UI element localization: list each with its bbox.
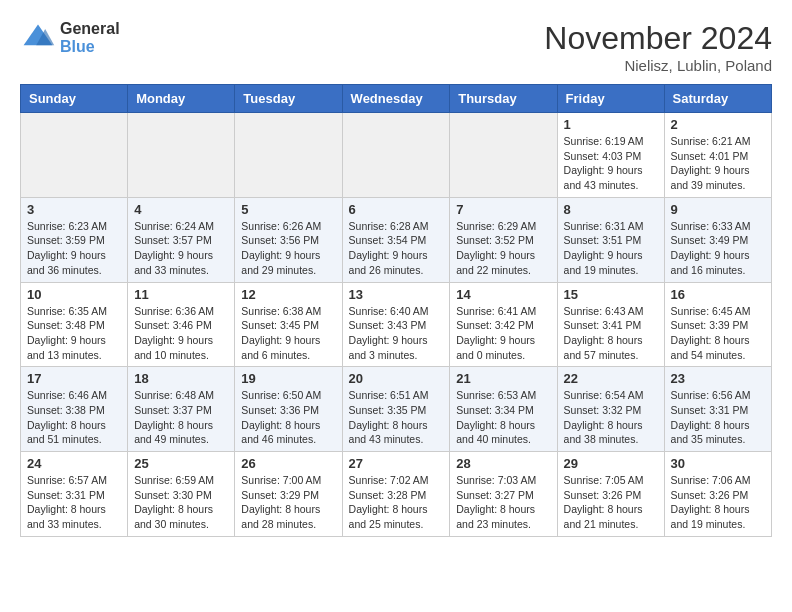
weekday-header-row: SundayMondayTuesdayWednesdayThursdayFrid… [21,85,772,113]
day-info: Sunrise: 6:28 AM Sunset: 3:54 PM Dayligh… [349,219,444,278]
calendar-cell: 22Sunrise: 6:54 AM Sunset: 3:32 PM Dayli… [557,367,664,452]
calendar-cell: 24Sunrise: 6:57 AM Sunset: 3:31 PM Dayli… [21,452,128,537]
day-info: Sunrise: 6:53 AM Sunset: 3:34 PM Dayligh… [456,388,550,447]
day-number: 29 [564,456,658,471]
day-number: 14 [456,287,550,302]
day-info: Sunrise: 6:45 AM Sunset: 3:39 PM Dayligh… [671,304,765,363]
logo: General Blue [20,20,120,56]
day-number: 1 [564,117,658,132]
calendar-cell [128,113,235,198]
day-info: Sunrise: 6:35 AM Sunset: 3:48 PM Dayligh… [27,304,121,363]
location: Nielisz, Lublin, Poland [544,57,772,74]
calendar-cell: 5Sunrise: 6:26 AM Sunset: 3:56 PM Daylig… [235,197,342,282]
day-number: 18 [134,371,228,386]
weekday-header-sunday: Sunday [21,85,128,113]
day-info: Sunrise: 6:51 AM Sunset: 3:35 PM Dayligh… [349,388,444,447]
day-number: 12 [241,287,335,302]
calendar-cell: 29Sunrise: 7:05 AM Sunset: 3:26 PM Dayli… [557,452,664,537]
day-info: Sunrise: 6:50 AM Sunset: 3:36 PM Dayligh… [241,388,335,447]
page-header: General Blue November 2024 Nielisz, Lubl… [20,20,772,74]
day-number: 28 [456,456,550,471]
day-number: 21 [456,371,550,386]
calendar-week-row: 17Sunrise: 6:46 AM Sunset: 3:38 PM Dayli… [21,367,772,452]
day-info: Sunrise: 6:59 AM Sunset: 3:30 PM Dayligh… [134,473,228,532]
day-number: 10 [27,287,121,302]
day-info: Sunrise: 6:36 AM Sunset: 3:46 PM Dayligh… [134,304,228,363]
calendar-cell: 23Sunrise: 6:56 AM Sunset: 3:31 PM Dayli… [664,367,771,452]
day-info: Sunrise: 6:23 AM Sunset: 3:59 PM Dayligh… [27,219,121,278]
calendar-cell: 6Sunrise: 6:28 AM Sunset: 3:54 PM Daylig… [342,197,450,282]
calendar-cell: 10Sunrise: 6:35 AM Sunset: 3:48 PM Dayli… [21,282,128,367]
calendar-cell: 27Sunrise: 7:02 AM Sunset: 3:28 PM Dayli… [342,452,450,537]
day-info: Sunrise: 6:40 AM Sunset: 3:43 PM Dayligh… [349,304,444,363]
calendar-cell: 9Sunrise: 6:33 AM Sunset: 3:49 PM Daylig… [664,197,771,282]
day-number: 26 [241,456,335,471]
calendar-cell: 12Sunrise: 6:38 AM Sunset: 3:45 PM Dayli… [235,282,342,367]
calendar-cell: 25Sunrise: 6:59 AM Sunset: 3:30 PM Dayli… [128,452,235,537]
calendar-cell: 15Sunrise: 6:43 AM Sunset: 3:41 PM Dayli… [557,282,664,367]
day-number: 15 [564,287,658,302]
day-number: 5 [241,202,335,217]
day-number: 7 [456,202,550,217]
calendar-cell [235,113,342,198]
calendar-cell: 7Sunrise: 6:29 AM Sunset: 3:52 PM Daylig… [450,197,557,282]
calendar-cell: 11Sunrise: 6:36 AM Sunset: 3:46 PM Dayli… [128,282,235,367]
day-number: 30 [671,456,765,471]
day-info: Sunrise: 7:02 AM Sunset: 3:28 PM Dayligh… [349,473,444,532]
calendar-cell: 16Sunrise: 6:45 AM Sunset: 3:39 PM Dayli… [664,282,771,367]
logo-blue-text: Blue [60,38,120,56]
day-number: 20 [349,371,444,386]
calendar-cell: 17Sunrise: 6:46 AM Sunset: 3:38 PM Dayli… [21,367,128,452]
weekday-header-friday: Friday [557,85,664,113]
day-number: 24 [27,456,121,471]
day-info: Sunrise: 6:38 AM Sunset: 3:45 PM Dayligh… [241,304,335,363]
calendar-cell: 28Sunrise: 7:03 AM Sunset: 3:27 PM Dayli… [450,452,557,537]
day-number: 17 [27,371,121,386]
day-info: Sunrise: 6:48 AM Sunset: 3:37 PM Dayligh… [134,388,228,447]
weekday-header-thursday: Thursday [450,85,557,113]
day-info: Sunrise: 6:46 AM Sunset: 3:38 PM Dayligh… [27,388,121,447]
day-number: 19 [241,371,335,386]
day-info: Sunrise: 6:54 AM Sunset: 3:32 PM Dayligh… [564,388,658,447]
day-info: Sunrise: 7:05 AM Sunset: 3:26 PM Dayligh… [564,473,658,532]
calendar-cell: 2Sunrise: 6:21 AM Sunset: 4:01 PM Daylig… [664,113,771,198]
calendar-cell [342,113,450,198]
calendar-cell [21,113,128,198]
day-info: Sunrise: 7:03 AM Sunset: 3:27 PM Dayligh… [456,473,550,532]
day-info: Sunrise: 6:56 AM Sunset: 3:31 PM Dayligh… [671,388,765,447]
day-number: 25 [134,456,228,471]
calendar-cell: 20Sunrise: 6:51 AM Sunset: 3:35 PM Dayli… [342,367,450,452]
calendar-cell: 21Sunrise: 6:53 AM Sunset: 3:34 PM Dayli… [450,367,557,452]
calendar-cell: 4Sunrise: 6:24 AM Sunset: 3:57 PM Daylig… [128,197,235,282]
title-area: November 2024 Nielisz, Lublin, Poland [544,20,772,74]
day-number: 6 [349,202,444,217]
day-number: 3 [27,202,121,217]
calendar-week-row: 24Sunrise: 6:57 AM Sunset: 3:31 PM Dayli… [21,452,772,537]
day-info: Sunrise: 6:31 AM Sunset: 3:51 PM Dayligh… [564,219,658,278]
calendar-week-row: 1Sunrise: 6:19 AM Sunset: 4:03 PM Daylig… [21,113,772,198]
calendar-cell: 1Sunrise: 6:19 AM Sunset: 4:03 PM Daylig… [557,113,664,198]
day-info: Sunrise: 6:29 AM Sunset: 3:52 PM Dayligh… [456,219,550,278]
calendar-table: SundayMondayTuesdayWednesdayThursdayFrid… [20,84,772,537]
day-info: Sunrise: 7:06 AM Sunset: 3:26 PM Dayligh… [671,473,765,532]
calendar-cell: 14Sunrise: 6:41 AM Sunset: 3:42 PM Dayli… [450,282,557,367]
day-number: 23 [671,371,765,386]
day-number: 9 [671,202,765,217]
day-number: 13 [349,287,444,302]
day-number: 2 [671,117,765,132]
calendar-cell: 19Sunrise: 6:50 AM Sunset: 3:36 PM Dayli… [235,367,342,452]
calendar-cell: 8Sunrise: 6:31 AM Sunset: 3:51 PM Daylig… [557,197,664,282]
calendar-cell: 18Sunrise: 6:48 AM Sunset: 3:37 PM Dayli… [128,367,235,452]
month-title: November 2024 [544,20,772,57]
day-info: Sunrise: 6:41 AM Sunset: 3:42 PM Dayligh… [456,304,550,363]
day-info: Sunrise: 6:24 AM Sunset: 3:57 PM Dayligh… [134,219,228,278]
logo-icon [20,20,56,56]
weekday-header-monday: Monday [128,85,235,113]
day-number: 11 [134,287,228,302]
day-number: 16 [671,287,765,302]
day-number: 22 [564,371,658,386]
calendar-cell: 30Sunrise: 7:06 AM Sunset: 3:26 PM Dayli… [664,452,771,537]
weekday-header-wednesday: Wednesday [342,85,450,113]
calendar-week-row: 10Sunrise: 6:35 AM Sunset: 3:48 PM Dayli… [21,282,772,367]
day-info: Sunrise: 6:19 AM Sunset: 4:03 PM Dayligh… [564,134,658,193]
